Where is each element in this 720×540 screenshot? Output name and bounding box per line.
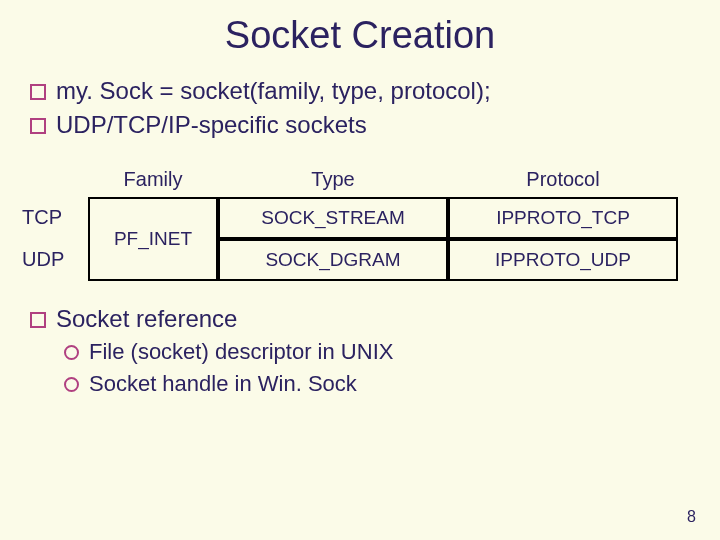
sub-bullet-item: Socket handle in Win. Sock	[64, 369, 690, 399]
protocol-cell: IPPROTO_TCP	[448, 197, 678, 239]
protocol-cell: IPPROTO_UDP	[448, 239, 678, 281]
table-grid: TCP UDP PF_INET SOCK_STREAM SOCK_DGRAM I…	[20, 197, 690, 281]
bullet-item: UDP/TCP/IP-specific sockets	[30, 109, 690, 141]
bullet-item: my. Sock = socket(family, type, protocol…	[30, 75, 690, 107]
row-label-column: TCP UDP	[20, 197, 88, 281]
top-bullet-list: my. Sock = socket(family, type, protocol…	[30, 75, 690, 142]
header-type: Type	[218, 168, 448, 191]
row-label-tcp: TCP	[20, 197, 88, 239]
bullet-item: Socket reference	[30, 303, 690, 335]
bullet-text: UDP/TCP/IP-specific sockets	[56, 109, 367, 141]
page-title: Socket Creation	[30, 14, 690, 57]
type-cell: SOCK_STREAM	[218, 197, 448, 239]
sub-bullet-list: File (socket) descriptor in UNIX Socket …	[64, 337, 690, 398]
type-cell: SOCK_DGRAM	[218, 239, 448, 281]
table-header-row: Family Type Protocol	[20, 168, 690, 191]
square-bullet-icon	[30, 312, 46, 328]
header-protocol: Protocol	[448, 168, 678, 191]
header-family: Family	[88, 168, 218, 191]
slide: Socket Creation my. Sock = socket(family…	[0, 0, 720, 540]
row-label-udp: UDP	[20, 239, 88, 281]
circle-bullet-icon	[64, 345, 79, 360]
bullet-text: my. Sock = socket(family, type, protocol…	[56, 75, 491, 107]
square-bullet-icon	[30, 118, 46, 134]
square-bullet-icon	[30, 84, 46, 100]
socket-table: Family Type Protocol TCP UDP PF_INET SOC…	[20, 168, 690, 281]
sub-bullet-text: Socket handle in Win. Sock	[89, 369, 357, 399]
sub-bullet-item: File (socket) descriptor in UNIX	[64, 337, 690, 367]
bottom-bullet-list: Socket reference File (socket) descripto…	[30, 303, 690, 399]
protocol-column: IPPROTO_TCP IPPROTO_UDP	[448, 197, 678, 281]
family-column: PF_INET	[88, 197, 218, 281]
bullet-text: Socket reference	[56, 303, 237, 335]
header-spacer	[20, 168, 88, 191]
page-number: 8	[687, 508, 696, 526]
type-column: SOCK_STREAM SOCK_DGRAM	[218, 197, 448, 281]
family-cell: PF_INET	[88, 197, 218, 281]
sub-bullet-text: File (socket) descriptor in UNIX	[89, 337, 393, 367]
circle-bullet-icon	[64, 377, 79, 392]
